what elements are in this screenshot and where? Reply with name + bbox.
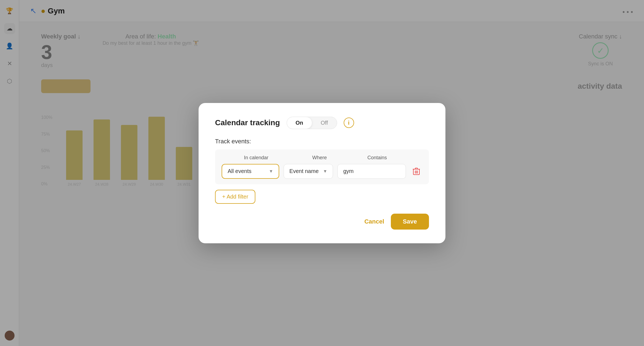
cancel-button[interactable]: Cancel (364, 218, 384, 225)
modal-footer: Cancel Save (215, 214, 429, 230)
header-where: Where (291, 155, 348, 161)
modal-overlay: Calendar tracking On Off i Track events:… (0, 0, 644, 346)
save-button[interactable]: Save (391, 214, 429, 230)
contains-input[interactable]: gym (337, 164, 406, 179)
info-icon[interactable]: i (344, 118, 354, 128)
calendar-select[interactable]: All events ▼ (222, 164, 279, 179)
modal-dialog: Calendar tracking On Off i Track events:… (199, 103, 445, 243)
delete-filter-button[interactable] (410, 165, 422, 177)
header-contains: Contains (348, 155, 406, 161)
filter-headers: In calendar Where Contains (222, 155, 422, 161)
modal-header: Calendar tracking On Off i (215, 117, 429, 129)
modal-title: Calendar tracking (215, 118, 280, 127)
contains-value: gym (343, 168, 354, 174)
filter-row: All events ▼ Event name ▼ gym (222, 164, 422, 179)
where-select-value: Event name (289, 168, 319, 174)
filter-container: In calendar Where Contains All events ▼ … (215, 149, 429, 184)
where-chevron-icon: ▼ (323, 169, 327, 174)
add-filter-button[interactable]: + Add filter (215, 190, 255, 204)
track-events-label: Track events: (215, 138, 429, 145)
calendar-chevron-icon: ▼ (269, 169, 273, 174)
toggle-group: On Off (287, 117, 337, 129)
trash-icon (413, 168, 420, 175)
toggle-off-button[interactable]: Off (312, 117, 337, 129)
where-select[interactable]: Event name ▼ (284, 164, 333, 179)
toggle-on-button[interactable]: On (287, 117, 312, 129)
calendar-select-value: All events (228, 168, 252, 174)
header-in-calendar: In calendar (222, 155, 291, 161)
